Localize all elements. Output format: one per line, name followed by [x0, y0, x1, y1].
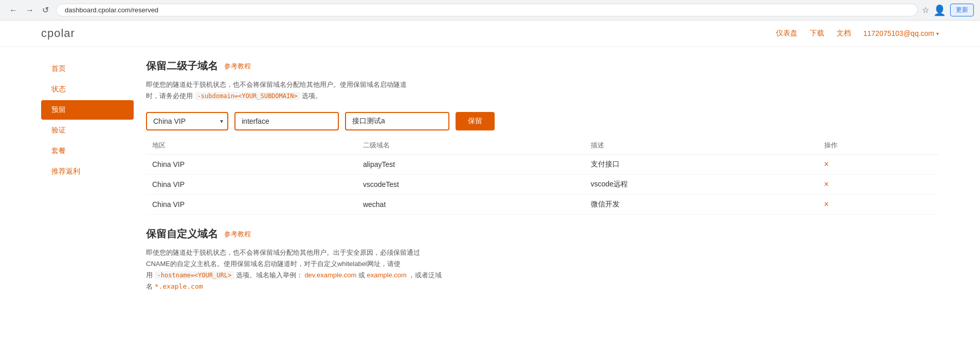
browser-actions: ☆ 👤 更新 — [922, 4, 974, 16]
nav-buttons: ← → ↺ — [6, 3, 52, 17]
back-button[interactable]: ← — [6, 4, 21, 17]
col-region: 地区 — [146, 137, 357, 155]
sidebar-item-status[interactable]: 状态 — [41, 80, 134, 99]
table-header-row: 地区 二级域名 描述 操作 — [146, 137, 939, 155]
col-action: 操作 — [818, 137, 939, 155]
section1-desc: 即使您的隧道处于脱机状态，也不会将保留域名分配给其他用户。使用保留域名启动隧道 … — [146, 79, 939, 102]
s2-desc2: CNAME的自定义主机名。使用保留域名启动隧道时，对于自定义whitelabel… — [146, 260, 401, 268]
row2-region: China VIP — [146, 175, 357, 195]
row2-desc: vscode远程 — [585, 175, 818, 195]
sidebar-item-reserved[interactable]: 预留 — [41, 100, 134, 120]
desc-text1: 即使您的隧道处于脱机状态，也不会将保留域名分配给其他用户。使用保留域名启动隧道 — [146, 81, 407, 88]
forward-button[interactable]: → — [23, 4, 37, 17]
row3-desc: 微信开发 — [585, 195, 818, 215]
url-text: dashboard.cpolar.com/reserved — [65, 6, 909, 14]
section2-header: 保留自定义域名 参考教程 — [146, 227, 939, 241]
row1-subdomain: alipayTest — [357, 155, 585, 175]
sidebar-item-auth[interactable]: 验证 — [41, 121, 134, 140]
table-header: 地区 二级域名 描述 操作 — [146, 137, 939, 155]
section2-ref-link[interactable]: 参考教程 — [224, 230, 251, 239]
row1-desc: 支付接口 — [585, 155, 818, 175]
logo: cpolar — [41, 27, 75, 40]
row1-delete: × — [818, 155, 939, 175]
table-row: China VIP alipayTest 支付接口 × — [146, 155, 939, 175]
s2-desc1: 即使您的隧道处于脱机状态，也不会将保留域分配给其他用户。出于安全原因，必须保留通… — [146, 249, 420, 256]
profile-button[interactable]: 👤 — [933, 4, 946, 16]
address-bar[interactable]: dashboard.cpolar.com/reserved — [56, 4, 918, 16]
nav-download[interactable]: 下载 — [810, 29, 824, 38]
s2-desc6: ，或者泛域 — [408, 271, 442, 279]
row1-region: China VIP — [146, 155, 357, 175]
section-subdomain: 保留二级子域名 参考教程 即使您的隧道处于脱机状态，也不会将保留域名分配给其他用… — [146, 59, 939, 215]
table-body: China VIP alipayTest 支付接口 × China VIP vs… — [146, 155, 939, 215]
region-select[interactable]: China VIP China US — [146, 112, 228, 130]
update-button[interactable]: 更新 — [950, 4, 974, 16]
col-subdomain: 二级域名 — [357, 137, 585, 155]
row3-delete: × — [818, 195, 939, 215]
delete-row2-button[interactable]: × — [824, 180, 829, 188]
top-nav-links: 仪表盘 下载 文档 1172075103@qq.com ▾ — [776, 29, 939, 38]
reserved-table: 地区 二级域名 描述 操作 China VIP alipayTest 支付接口 … — [146, 137, 939, 215]
desc-code: -subdomain=<YOUR_SUBDOMAIN> — [195, 92, 300, 100]
example2-link[interactable]: example.com — [367, 271, 407, 279]
sidebar-item-referral[interactable]: 推荐返利 — [41, 162, 134, 181]
desc-text2: 时，请务必使用 — [146, 92, 193, 100]
description-input[interactable] — [345, 112, 449, 130]
main-content: 保留二级子域名 参考教程 即使您的隧道处于脱机状态，也不会将保留域名分配给其他用… — [146, 59, 939, 303]
section-custom-domain: 保留自定义域名 参考教程 即使您的隧道处于脱机状态，也不会将保留域分配给其他用户… — [146, 227, 939, 292]
section1-ref-link[interactable]: 参考教程 — [224, 62, 251, 71]
user-menu-arrow: ▾ — [936, 31, 939, 36]
s2-desc7: 名 — [146, 282, 153, 290]
reserve-form: China VIP China US ▾ 保留 — [146, 112, 939, 130]
browser-chrome: ← → ↺ dashboard.cpolar.com/reserved ☆ 👤 … — [0, 0, 980, 21]
top-nav: cpolar 仪表盘 下载 文档 1172075103@qq.com ▾ — [0, 21, 980, 47]
page-wrapper: cpolar 仪表盘 下载 文档 1172075103@qq.com ▾ 首页 … — [0, 21, 980, 340]
section2-desc: 即使您的隧道处于脱机状态，也不会将保留域分配给其他用户。出于安全原因，必须保留通… — [146, 247, 939, 292]
row3-region: China VIP — [146, 195, 357, 215]
row2-delete: × — [818, 175, 939, 195]
subdomain-input[interactable] — [234, 112, 339, 130]
content-area: 首页 状态 预留 验证 套餐 推荐返利 保留二级子域名 参考教程 即使您的隧道处… — [0, 47, 980, 315]
delete-row1-button[interactable]: × — [824, 160, 829, 168]
nav-dashboard[interactable]: 仪表盘 — [776, 29, 797, 38]
example1-link[interactable]: dev.example.com — [304, 271, 356, 279]
delete-row3-button[interactable]: × — [824, 200, 829, 209]
table-row: China VIP vscodeTest vscode远程 × — [146, 175, 939, 195]
save-reserve-button[interactable]: 保留 — [456, 112, 495, 130]
s2-desc3: 用 — [146, 271, 153, 279]
sidebar: 首页 状态 预留 验证 套餐 推荐返利 — [41, 59, 134, 303]
user-email: 1172075103@qq.com — [863, 29, 934, 37]
s2-desc5: 或 — [358, 271, 365, 279]
s2-desc4: 选项。域名输入举例： — [236, 271, 303, 279]
sidebar-item-home[interactable]: 首页 — [41, 59, 134, 79]
nav-docs[interactable]: 文档 — [837, 29, 851, 38]
row2-subdomain: vscodeTest — [357, 175, 585, 195]
desc-text3: 选项。 — [302, 92, 322, 100]
wildcard-code: *.exaple.com — [155, 282, 203, 290]
bookmark-button[interactable]: ☆ — [922, 5, 929, 15]
region-select-wrap: China VIP China US ▾ — [146, 112, 228, 130]
col-desc: 描述 — [585, 137, 818, 155]
user-menu[interactable]: 1172075103@qq.com ▾ — [863, 29, 939, 37]
sidebar-item-plans[interactable]: 套餐 — [41, 141, 134, 161]
reload-button[interactable]: ↺ — [39, 3, 52, 17]
section1-header: 保留二级子域名 参考教程 — [146, 59, 939, 73]
section1-title: 保留二级子域名 — [146, 59, 218, 73]
table-row: China VIP wechat 微信开发 × — [146, 195, 939, 215]
s2-code-hostname: -hostname=<YOUR_URL> — [155, 271, 234, 279]
row3-subdomain: wechat — [357, 195, 585, 215]
section2-title: 保留自定义域名 — [146, 227, 218, 241]
